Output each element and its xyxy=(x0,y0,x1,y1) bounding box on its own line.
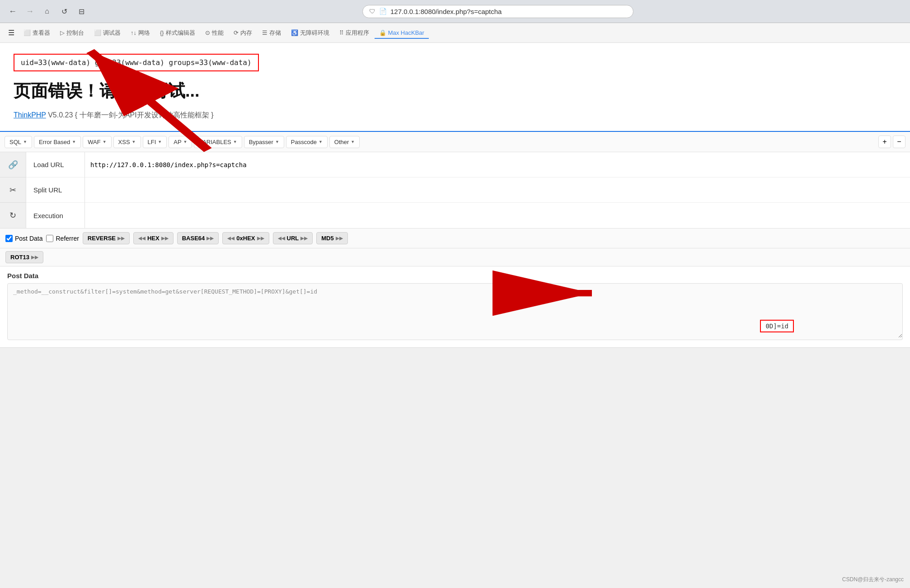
waf-label: WAF xyxy=(88,139,100,145)
page-title: 页面错误！请稍后再试... xyxy=(14,79,896,103)
bypasser-button[interactable]: Bypasser ▼ xyxy=(244,136,284,148)
execution-input[interactable] xyxy=(85,203,910,228)
post-data-checkbox[interactable] xyxy=(5,235,13,242)
screenshot-button[interactable]: ⊟ xyxy=(75,5,88,18)
waf-button[interactable]: WAF ▼ xyxy=(83,136,111,148)
hackbar-lock-icon: 🔒 xyxy=(379,29,386,36)
xss-label: XSS xyxy=(118,139,130,145)
devtools-item-debugger[interactable]: ⬜ 调试器 xyxy=(89,27,125,39)
post-data-highlight-box: 0D]=id xyxy=(760,320,794,332)
remove-tab-button[interactable]: − xyxy=(893,135,905,148)
post-data-checkbox-text: Post Data xyxy=(15,235,42,242)
load-url-icon-button[interactable]: 🔗 xyxy=(0,152,26,177)
variables-arrow: ▼ xyxy=(233,140,237,144)
console-label: 控制台 xyxy=(66,29,84,37)
execution-label: Execution xyxy=(26,203,84,228)
url-left-arrow: ◀◀ xyxy=(278,236,285,241)
sql-button[interactable]: SQL ▼ xyxy=(5,136,32,148)
address-bar-text[interactable]: 127.0.0.1:8080/index.php?s=captcha xyxy=(390,8,627,15)
add-tab-button[interactable]: + xyxy=(878,135,891,148)
0xhex-button[interactable]: ◀◀ 0xHEX ▶▶ xyxy=(222,232,269,244)
error-based-label: Error Based xyxy=(39,139,70,145)
devtools-item-console[interactable]: ▷ 控制台 xyxy=(56,27,89,39)
bypasser-arrow: ▼ xyxy=(275,140,279,144)
encoding-row: Post Data Referrer REVERSE ▶▶ ◀◀ HEX ▶▶ … xyxy=(0,229,910,248)
debugger-label: 调试器 xyxy=(103,29,121,37)
back-button[interactable]: ← xyxy=(6,5,19,18)
style-icon: {} xyxy=(160,29,164,36)
hex-button[interactable]: ◀◀ HEX ▶▶ xyxy=(133,232,174,244)
hackbar-label: Max HacKBar xyxy=(388,29,424,36)
reverse-label: REVERSE xyxy=(88,235,116,242)
memory-label: 内存 xyxy=(240,29,252,37)
split-url-input[interactable] xyxy=(85,177,910,202)
hackbar-inputs xyxy=(85,152,910,228)
lfi-label: LFI xyxy=(148,139,156,145)
thinkphp-link[interactable]: ThinkPHP xyxy=(14,111,46,119)
load-url-input[interactable] xyxy=(85,152,910,177)
devtools-item-inspector[interactable]: ⬜ 查看器 xyxy=(19,27,55,39)
devtools-item-storage[interactable]: ☰ 存储 xyxy=(258,27,286,39)
post-data-highlight-text: 0D]=id xyxy=(765,322,788,330)
md5-arrow: ▶▶ xyxy=(336,236,343,241)
url-right-arrow: ▶▶ xyxy=(300,236,308,241)
network-icon: ↑↓ xyxy=(131,29,136,36)
base64-button[interactable]: BASE64 ▶▶ xyxy=(177,232,219,244)
memory-icon: ⟳ xyxy=(234,29,239,36)
referrer-checkbox[interactable] xyxy=(46,235,53,242)
rot13-label: ROT13 xyxy=(10,254,29,261)
forward-button[interactable]: → xyxy=(23,5,36,18)
passcode-arrow: ▼ xyxy=(319,140,323,144)
devtools-item-network[interactable]: ↑↓ 网络 xyxy=(126,27,155,39)
devtools-item-style[interactable]: {} 样式编辑器 xyxy=(155,27,200,39)
thinkphp-line: ThinkPHP V5.0.23 { 十年磨一剑-为API开发设计的高性能框架 … xyxy=(14,111,896,120)
devtools-item-memory[interactable]: ⟳ 内存 xyxy=(229,27,257,39)
0xhex-label: 0xHEX xyxy=(236,235,255,242)
lfi-arrow: ▼ xyxy=(158,140,162,144)
base64-label: BASE64 xyxy=(182,235,205,242)
debugger-icon: ⬜ xyxy=(94,29,101,36)
devtools-item-hackbar[interactable]: 🔒 Max HacKBar xyxy=(375,28,429,39)
storage-icon: ☰ xyxy=(262,29,267,36)
variables-label: VARIABLES xyxy=(199,139,231,145)
accessibility-label: 无障碍环境 xyxy=(300,29,329,37)
devtools-toolbar: ☰ ⬜ 查看器 ▷ 控制台 ⬜ 调试器 ↑↓ 网络 {} 样式编辑器 xyxy=(0,23,910,43)
ap-label: AP xyxy=(174,139,181,145)
md5-button[interactable]: MD5 ▶▶ xyxy=(316,232,347,244)
md5-label: MD5 xyxy=(321,235,333,242)
rot13-arrow: ▶▶ xyxy=(31,255,38,260)
hackbar-container: SQL ▼ Error Based ▼ WAF ▼ XSS ▼ LFI ▼ AP xyxy=(0,131,910,348)
referrer-checkbox-label[interactable]: Referrer xyxy=(46,235,79,242)
home-button[interactable]: ⌂ xyxy=(41,5,53,18)
variables-button[interactable]: VARIABLES ▼ xyxy=(194,136,242,148)
devtools-item-accessibility[interactable]: ♿ 无障碍环境 xyxy=(286,27,334,39)
refresh-button[interactable]: ↺ xyxy=(58,5,70,18)
lfi-button[interactable]: LFI ▼ xyxy=(143,136,167,148)
execution-icon-button[interactable]: ↻ xyxy=(0,203,26,228)
post-data-checkbox-label[interactable]: Post Data xyxy=(5,235,42,242)
devtools-item-app[interactable]: ⠿ 应用程序 xyxy=(335,27,374,39)
url-encode-button[interactable]: ◀◀ URL ▶▶ xyxy=(273,232,313,244)
rot13-button[interactable]: ROT13 ▶▶ xyxy=(5,251,43,263)
split-url-label: Split URL xyxy=(26,177,84,203)
app-label: 应用程序 xyxy=(346,29,369,37)
perf-icon: ⊙ xyxy=(205,29,210,36)
error-based-button[interactable]: Error Based ▼ xyxy=(34,136,81,148)
reverse-button[interactable]: REVERSE ▶▶ xyxy=(83,232,130,244)
inspector-icon: ⬜ xyxy=(23,29,31,36)
load-url-label: Load URL xyxy=(26,152,84,177)
ap-button[interactable]: AP ▼ xyxy=(169,136,192,148)
passcode-label: Passcode xyxy=(291,139,317,145)
command-output-box: uid=33(www-data) gid=33(www-data) groups… xyxy=(14,54,259,71)
passcode-button[interactable]: Passcode ▼ xyxy=(286,136,328,148)
split-url-icon-button[interactable]: ✂ xyxy=(0,177,26,203)
console-icon: ▷ xyxy=(60,29,65,36)
devtools-item-perf[interactable]: ⊙ 性能 xyxy=(201,27,228,39)
referrer-checkbox-text: Referrer xyxy=(56,235,79,242)
devtools-hamburger[interactable]: ☰ xyxy=(5,27,18,39)
thinkphp-rest: V5.0.23 { 十年磨一剑-为API开发设计的高性能框架 } xyxy=(48,111,213,119)
command-output-text: uid=33(www-data) gid=33(www-data) groups… xyxy=(21,58,252,67)
xss-button[interactable]: XSS ▼ xyxy=(113,136,141,148)
reverse-arrow: ▶▶ xyxy=(117,236,125,241)
other-button[interactable]: Other ▼ xyxy=(329,136,360,148)
